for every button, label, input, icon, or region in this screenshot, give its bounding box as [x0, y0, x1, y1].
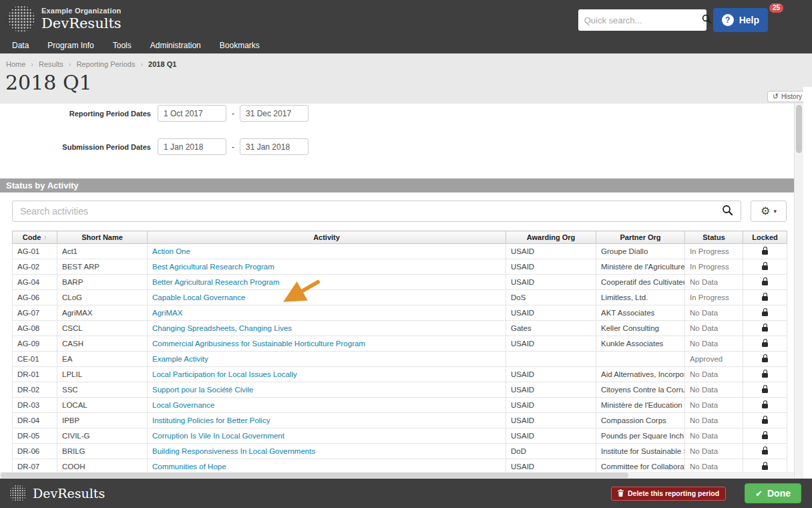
- activity-search-box: [12, 201, 741, 222]
- activity-link[interactable]: Building Responsiveness In Local Governm…: [152, 447, 315, 455]
- cell-status: No Data: [685, 428, 743, 444]
- horizontal-scrollbar[interactable]: [0, 472, 794, 479]
- cell-activity: Changing Spreadsheets, Changing Lives: [148, 321, 506, 336]
- cell-code: AG-07: [13, 305, 57, 321]
- notification-count-badge: 25: [769, 3, 783, 13]
- nav-item-bookmarks[interactable]: Bookmarks: [210, 39, 269, 53]
- cell-activity: Example Activity: [148, 352, 506, 367]
- nav-item-data[interactable]: Data: [3, 39, 38, 53]
- history-button[interactable]: ↺ History: [767, 91, 807, 102]
- notification-globe[interactable]: 25: [775, 7, 801, 33]
- cell-awarding-org: USAID: [506, 413, 596, 428]
- quick-search-input[interactable]: [584, 15, 702, 25]
- activity-link[interactable]: Communities of Hope: [152, 463, 226, 471]
- table-row: CE-01 EA Example Activity Approved: [13, 352, 787, 367]
- trash-icon: [618, 489, 624, 498]
- cell-status: No Data: [685, 444, 743, 459]
- footer-bar: DevResults Delete this reporting period …: [0, 479, 812, 508]
- right-gutter: [803, 87, 812, 479]
- activity-link[interactable]: Corruption Is Vile In Local Government: [152, 432, 284, 440]
- lock-icon: [762, 465, 768, 470]
- cell-locked: [743, 290, 787, 305]
- cell-short-name: LOCAL: [57, 398, 148, 413]
- vertical-scrollbar[interactable]: [794, 104, 803, 479]
- cell-awarding-org: USAID: [506, 398, 596, 413]
- activity-link[interactable]: Commercial Agribusiness for Sustainable …: [152, 340, 365, 348]
- cell-awarding-org: USAID: [506, 259, 596, 275]
- cell-code: AG-09: [13, 336, 57, 352]
- submission-period-end-input[interactable]: [240, 138, 309, 155]
- submission-period-start-input[interactable]: [158, 138, 226, 155]
- activity-link[interactable]: Instituting Policies for Better Policy: [152, 416, 270, 424]
- nav-item-program-info[interactable]: Program Info: [38, 39, 103, 53]
- column-header-status[interactable]: Status: [685, 231, 743, 244]
- activity-link[interactable]: Local Governance: [152, 401, 214, 409]
- help-button[interactable]: ? Help: [713, 8, 768, 32]
- cell-activity: Capable Local Governance: [148, 290, 506, 305]
- lock-icon: [762, 342, 768, 347]
- activity-link[interactable]: Local Participation for Local Issues Loc…: [152, 370, 297, 378]
- cell-locked: [743, 413, 787, 428]
- breadcrumb-results[interactable]: Results: [39, 60, 76, 68]
- column-header-activity[interactable]: Activity: [148, 231, 506, 244]
- cell-activity: Better Agricultural Research Program: [148, 275, 506, 290]
- cell-awarding-org: USAID: [506, 305, 596, 321]
- column-header-short-name[interactable]: Short Name: [57, 231, 148, 244]
- cell-activity: AgriMAX: [148, 305, 506, 321]
- horizontal-scrollbar-thumb[interactable]: [1, 473, 628, 478]
- footer-brand-text: DevResults: [33, 486, 105, 501]
- column-header-code[interactable]: Code↑: [13, 231, 57, 244]
- column-header-partner-org[interactable]: Partner Org: [596, 231, 685, 244]
- activity-search-input[interactable]: [20, 206, 722, 217]
- reporting-period-end-input[interactable]: [240, 105, 309, 122]
- activity-link[interactable]: Better Agricultural Research Program: [152, 278, 279, 286]
- brand-block: Example Organization DevResults: [8, 5, 122, 32]
- cell-partner-org: Ministère de l'Agriculture: [596, 259, 685, 275]
- cell-partner-org: Groupe Diallo: [596, 244, 685, 259]
- activity-link[interactable]: AgriMAX: [152, 309, 182, 317]
- activity-link[interactable]: Capable Local Governance: [152, 293, 245, 301]
- cell-status: In Progress: [685, 259, 743, 275]
- reporting-period-row: Reporting Period Dates -: [0, 105, 309, 122]
- cell-status: No Data: [685, 275, 743, 290]
- topbar-actions: ? Help 25: [578, 7, 801, 33]
- table-row: AG-02 BEST ARP Best Agricultural Researc…: [13, 259, 787, 275]
- cell-partner-org: [596, 352, 685, 367]
- content-panel: Reporting Period Dates - Submission Peri…: [0, 104, 794, 479]
- lock-icon: [762, 434, 768, 439]
- breadcrumb-home[interactable]: Home: [6, 60, 39, 68]
- lock-icon: [762, 419, 768, 424]
- done-button[interactable]: ✔ Done: [745, 483, 801, 503]
- cell-locked: [743, 305, 787, 321]
- cell-locked: [743, 244, 787, 259]
- cell-short-name: EA: [57, 352, 148, 367]
- activity-link[interactable]: Action One: [152, 247, 190, 255]
- cell-code: DR-05: [13, 428, 57, 444]
- nav-item-tools[interactable]: Tools: [104, 39, 141, 53]
- activity-link[interactable]: Example Activity: [152, 355, 208, 363]
- table-row: DR-02 SSC Support pour la Société Civile…: [13, 382, 787, 398]
- cell-short-name: BEST ARP: [57, 259, 148, 275]
- activity-link[interactable]: Support pour la Société Civile: [152, 386, 254, 394]
- column-header-locked[interactable]: Locked: [743, 231, 787, 244]
- cell-status: In Progress: [685, 244, 743, 259]
- cell-code: AG-04: [13, 275, 57, 290]
- cell-locked: [743, 321, 787, 336]
- reporting-period-start-input[interactable]: [158, 105, 226, 122]
- cell-locked: [743, 428, 787, 444]
- chevron-down-icon: ▾: [773, 208, 777, 215]
- nav-item-administration[interactable]: Administration: [141, 39, 210, 53]
- activity-link[interactable]: Changing Spreadsheets, Changing Lives: [152, 324, 292, 332]
- cell-status: No Data: [685, 413, 743, 428]
- sort-ascending-icon: ↑: [43, 234, 47, 241]
- column-header-awarding-org[interactable]: Awarding Org: [506, 231, 596, 244]
- cell-short-name: SSC: [57, 382, 148, 398]
- vertical-scrollbar-thumb[interactable]: [796, 105, 802, 153]
- table-row: DR-05 CIVIL-G Corruption Is Vile In Loca…: [13, 428, 787, 444]
- breadcrumb-reporting-periods[interactable]: Reporting Periods: [76, 60, 148, 68]
- delete-reporting-period-button[interactable]: Delete this reporting period: [611, 487, 726, 501]
- breadcrumb: Home Results Reporting Periods 2018 Q1: [6, 60, 176, 68]
- cell-short-name: LPLIL: [57, 367, 148, 382]
- table-options-button[interactable]: ⚙ ▾: [751, 201, 787, 222]
- activity-link[interactable]: Best Agricultural Research Program: [152, 263, 274, 271]
